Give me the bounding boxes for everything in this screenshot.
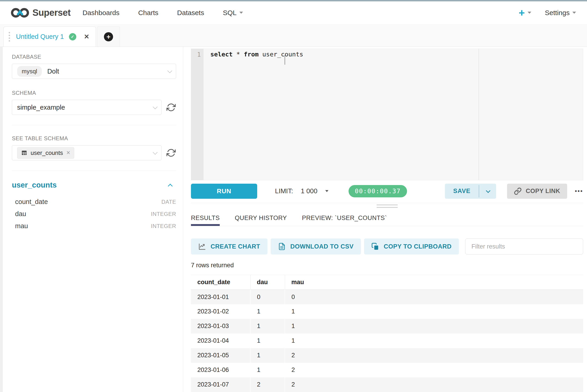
query-timer-badge: 00:00:00.37 bbox=[349, 185, 407, 197]
caret-down-icon bbox=[325, 190, 328, 192]
nav-label: SQL bbox=[223, 9, 237, 17]
run-button[interactable]: RUN bbox=[191, 184, 257, 199]
tab-results[interactable]: RESULTS bbox=[191, 210, 220, 226]
collapse-icon[interactable] bbox=[168, 184, 173, 188]
column-header-count-date[interactable]: count_date bbox=[191, 275, 250, 290]
resize-handle[interactable] bbox=[377, 204, 398, 208]
remove-icon[interactable]: ✕ bbox=[66, 150, 70, 156]
table-row: 2023-01-05 1 2 bbox=[191, 348, 583, 363]
column-row: mau INTEGER bbox=[12, 220, 176, 232]
caret-down-icon bbox=[239, 12, 243, 14]
refresh-icon bbox=[166, 148, 176, 158]
superset-logo[interactable]: Superset bbox=[11, 7, 70, 18]
chevron-down-icon bbox=[167, 68, 172, 73]
cell: 0 bbox=[285, 290, 583, 304]
rows-returned-text: 7 rows returned bbox=[191, 262, 583, 269]
pane-divider bbox=[191, 203, 583, 210]
save-split-button: SAVE bbox=[445, 184, 496, 199]
nav-item-datasets[interactable]: Datasets bbox=[177, 9, 204, 17]
cell: 1 bbox=[250, 304, 285, 319]
save-button[interactable]: SAVE bbox=[445, 184, 479, 199]
table-row: 2023-01-02 1 1 bbox=[191, 304, 583, 319]
table-schema-label: SEE TABLE SCHEMA bbox=[12, 135, 176, 142]
sql-text: * bbox=[233, 51, 244, 58]
cell: 1 bbox=[250, 319, 285, 334]
save-options-button[interactable] bbox=[479, 184, 496, 199]
cell: 1 bbox=[250, 363, 285, 378]
settings-label: Settings bbox=[545, 9, 570, 17]
tab-preview[interactable]: PREVIEW: `USER_COUNTS` bbox=[302, 210, 387, 226]
copy-link-button[interactable]: COPY LINK bbox=[507, 184, 567, 199]
sql-keyword: select bbox=[210, 51, 233, 58]
results-actions: CREATE CHART DOWNLOAD TO CSV COPY TO CLI… bbox=[191, 238, 583, 254]
filter-results-input[interactable] bbox=[465, 238, 583, 254]
cell: 2 bbox=[285, 363, 583, 378]
close-icon[interactable]: ✕ bbox=[84, 33, 89, 40]
drag-handle-icon[interactable] bbox=[9, 32, 10, 42]
column-row: dau INTEGER bbox=[12, 208, 176, 220]
add-tab-button[interactable]: + bbox=[97, 26, 120, 46]
database-label: DATABASE bbox=[12, 54, 176, 60]
cell: 2 bbox=[285, 378, 583, 392]
editor-toolbar: RUN LIMIT: 1 000 00:00:00.37 SAVE bbox=[191, 183, 583, 199]
copy-link-label: COPY LINK bbox=[526, 188, 560, 195]
create-chart-button[interactable]: CREATE CHART bbox=[191, 238, 267, 254]
divider bbox=[12, 125, 176, 125]
column-name: dau bbox=[15, 210, 26, 218]
copy-clipboard-label: COPY TO CLIPBOARD bbox=[384, 243, 452, 250]
results-table: count_date dau mau 2023-01-01 0 0 2023-0… bbox=[191, 275, 583, 392]
download-csv-button[interactable]: DOWNLOAD TO CSV bbox=[271, 238, 361, 254]
nav-label: Datasets bbox=[177, 9, 204, 17]
limit-value: 1 000 bbox=[301, 187, 317, 195]
limit-dropdown[interactable]: LIMIT: 1 000 bbox=[275, 187, 328, 195]
table-row: 2023-01-07 2 2 bbox=[191, 378, 583, 392]
limit-label: LIMIT: bbox=[275, 187, 293, 195]
new-item-button[interactable]: + bbox=[519, 8, 531, 18]
column-row: count_date DATE bbox=[12, 196, 176, 208]
chevron-down-icon bbox=[153, 150, 158, 155]
schema-value: simple_example bbox=[17, 104, 65, 111]
sql-code-area[interactable]: select * from user_counts bbox=[203, 49, 583, 180]
cell: 2023-01-06 bbox=[191, 363, 250, 378]
refresh-schemas-button[interactable] bbox=[166, 102, 176, 112]
refresh-icon bbox=[166, 103, 176, 112]
chevron-down-icon bbox=[153, 104, 158, 109]
table-tag: user_counts ✕ bbox=[17, 147, 74, 159]
sql-text: user_c bbox=[259, 51, 285, 58]
copy-clipboard-button[interactable]: COPY TO CLIPBOARD bbox=[364, 238, 459, 254]
column-header-dau[interactable]: dau bbox=[250, 275, 285, 290]
query-tabstrip: Untitled Query 1 ✓ ✕ + bbox=[0, 24, 587, 47]
plus-circle-icon: + bbox=[104, 32, 113, 41]
column-type: INTEGER bbox=[151, 223, 176, 229]
table-select[interactable]: user_counts ✕ bbox=[12, 145, 161, 160]
nav-item-dashboards[interactable]: Dashboards bbox=[82, 9, 119, 17]
cell: 2023-01-01 bbox=[191, 290, 250, 304]
nav-item-charts[interactable]: Charts bbox=[138, 9, 158, 17]
cell: 0 bbox=[250, 290, 285, 304]
table-schema-title[interactable]: user_counts bbox=[12, 181, 57, 190]
nav-item-sql[interactable]: SQL bbox=[223, 9, 243, 17]
more-options-button[interactable]: ••• bbox=[575, 188, 583, 195]
caret-down-icon bbox=[573, 12, 576, 14]
settings-menu[interactable]: Settings bbox=[545, 9, 576, 17]
cell: 1 bbox=[285, 319, 583, 334]
column-header-mau[interactable]: mau bbox=[285, 275, 583, 290]
table-header-row: count_date dau mau bbox=[191, 275, 583, 290]
database-select[interactable]: mysql Dolt bbox=[12, 64, 176, 79]
database-name: Dolt bbox=[47, 68, 59, 75]
database-engine-badge: mysql bbox=[17, 66, 42, 77]
cell: 2023-01-05 bbox=[191, 348, 250, 363]
table-row: 2023-01-03 1 1 bbox=[191, 319, 583, 334]
table-icon bbox=[21, 150, 27, 156]
schema-select[interactable]: simple_example bbox=[12, 100, 161, 115]
sql-editor[interactable]: 1 select * from user_counts bbox=[191, 49, 583, 180]
chevron-down-icon bbox=[486, 188, 490, 193]
refresh-tables-button[interactable] bbox=[166, 148, 176, 158]
column-name: mau bbox=[15, 222, 28, 230]
table-row: 2023-01-01 0 0 bbox=[191, 290, 583, 304]
table-tag-label: user_counts bbox=[30, 150, 63, 156]
query-tab-active[interactable]: Untitled Query 1 ✓ ✕ bbox=[3, 26, 96, 46]
table-row: 2023-01-06 1 2 bbox=[191, 363, 583, 378]
tab-query-history[interactable]: QUERY HISTORY bbox=[235, 210, 287, 226]
file-icon bbox=[278, 242, 286, 250]
